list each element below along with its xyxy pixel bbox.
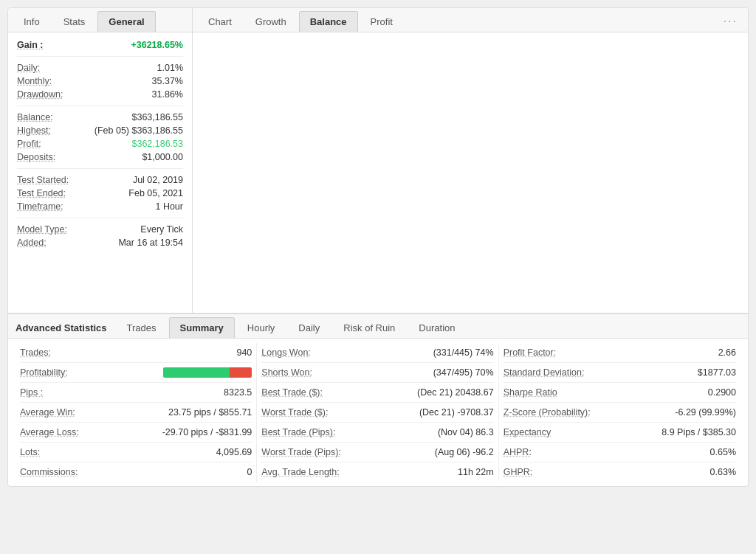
stat-avg-trade-length: Avg. Trade Length: 11h 22m — [261, 463, 493, 482]
profitability-label: Profitability: — [20, 367, 68, 378]
stat-profit-factor: Profit Factor: 2.66 — [504, 343, 736, 363]
std-dev-label: Standard Deviation: — [504, 367, 585, 378]
timeframe-row: Timeframe: 1 Hour — [17, 201, 183, 212]
model-type-value: Every Tick — [140, 224, 183, 235]
model-type-row: Model Type: Every Tick — [17, 224, 183, 235]
best-trade-dollar-value: (Dec 21) 20438.67 — [417, 387, 494, 398]
stat-worst-trade-pips: Worst Trade (Pips): (Aug 06) -96.2 — [261, 443, 493, 463]
added-row: Added: Mar 16 at 19:54 — [17, 238, 183, 248]
adv-stats-title: Advanced Statistics — [13, 318, 114, 338]
profit-green-bar — [163, 367, 230, 378]
profit-red-bar — [230, 367, 252, 378]
tab-duration[interactable]: Duration — [408, 317, 466, 338]
zscore-label: Z-Score (Probability): — [504, 407, 591, 418]
avg-loss-value: -29.70 pips / -$831.99 — [162, 427, 252, 437]
stat-trades: Trades: 940 — [20, 343, 252, 363]
test-ended-label: Test Ended: — [17, 188, 66, 198]
profit-factor-label: Profit Factor: — [504, 347, 557, 358]
best-trade-pips-value: (Nov 04) 86.3 — [438, 427, 494, 437]
ahpr-label: AHPR: — [504, 447, 532, 457]
profitability-bar — [163, 367, 252, 378]
tab-summary[interactable]: Summary — [169, 317, 235, 338]
stat-profitability: Profitability: — [20, 363, 252, 383]
trades-label: Trades: — [20, 347, 51, 358]
stat-longs-won: Longs Won: (331/445) 74% — [261, 343, 493, 363]
tab-daily[interactable]: Daily — [287, 317, 331, 338]
stat-worst-trade-dollar: Worst Trade ($): (Dec 21) -9708.37 — [261, 403, 493, 423]
monthly-row: Monthly: 35.37% — [17, 76, 183, 86]
lots-label: Lots: — [20, 447, 40, 457]
worst-trade-dollar-label: Worst Trade ($): — [261, 407, 328, 418]
tab-profit[interactable]: Profit — [360, 11, 404, 32]
stats-grid: Trades: 940 Profitability: Pips : 8323.5… — [8, 339, 748, 486]
worst-trade-dollar-value: (Dec 21) -9708.37 — [419, 407, 494, 418]
avg-trade-length-value: 11h 22m — [458, 467, 494, 477]
shorts-won-label: Shorts Won: — [261, 367, 312, 378]
sharpe-ratio-label: Sharpe Ratio — [504, 387, 557, 398]
stat-best-trade-pips: Best Trade (Pips): (Nov 04) 86.3 — [261, 423, 493, 443]
avg-win-label: Average Win: — [20, 407, 75, 418]
tab-growth[interactable]: Growth — [244, 11, 298, 32]
tab-hourly[interactable]: Hourly — [236, 317, 286, 338]
tab-risk-of-ruin[interactable]: Risk of Ruin — [332, 317, 406, 338]
longs-won-value: (331/445) 74% — [433, 347, 494, 358]
pips-label: Pips : — [20, 387, 43, 398]
deposits-label: Deposits: — [17, 152, 55, 162]
chart-area — [193, 32, 748, 313]
highest-value: (Feb 05) $363,186.55 — [94, 125, 183, 136]
stat-pips: Pips : 8323.5 — [20, 383, 252, 403]
expectancy-label: Expectancy — [504, 427, 551, 437]
profit-label: Profit: — [17, 139, 41, 149]
gain-label: Gain : — [17, 40, 43, 50]
best-trade-pips-label: Best Trade (Pips): — [261, 427, 335, 437]
stat-shorts-won: Shorts Won: (347/495) 70% — [261, 363, 493, 383]
tab-general[interactable]: General — [97, 11, 155, 32]
main-container: Info Stats General Gain : +36218.65% Dai… — [7, 7, 749, 487]
commissions-label: Commissions: — [20, 467, 78, 477]
tab-info[interactable]: Info — [13, 11, 51, 32]
ghpr-value: 0.63% — [710, 467, 736, 477]
worst-trade-pips-label: Worst Trade (Pips): — [261, 447, 340, 457]
timeframe-label: Timeframe: — [17, 201, 63, 212]
test-started-value: Jul 02, 2019 — [133, 175, 183, 185]
stats-col-3: Profit Factor: 2.66 Standard Deviation: … — [499, 343, 740, 482]
tab-balance[interactable]: Balance — [299, 11, 358, 32]
left-panel: Info Stats General Gain : +36218.65% Dai… — [8, 8, 193, 313]
monthly-value: 35.37% — [152, 76, 183, 86]
chart-more-icon[interactable]: ··· — [718, 12, 743, 31]
test-ended-row: Test Ended: Feb 05, 2021 — [17, 188, 183, 198]
stat-zscore: Z-Score (Probability): -6.29 (99.99%) — [504, 403, 736, 423]
info-panel: Gain : +36218.65% Daily: 1.01% Monthly: … — [8, 32, 192, 258]
added-value: Mar 16 at 19:54 — [118, 238, 183, 248]
stat-ahpr: AHPR: 0.65% — [504, 443, 736, 463]
stats-col-1: Trades: 940 Profitability: Pips : 8323.5… — [16, 343, 257, 482]
lots-value: 4,095.69 — [216, 447, 252, 457]
gain-value: +36218.65% — [131, 40, 183, 50]
highest-row: Highest: (Feb 05) $363,186.55 — [17, 125, 183, 136]
balance-value: $363,186.55 — [131, 112, 183, 122]
std-dev-value: $1877.03 — [698, 367, 736, 378]
avg-trade-length-label: Avg. Trade Length: — [261, 467, 339, 477]
tab-chart[interactable]: Chart — [197, 11, 243, 32]
profit-row: Profit: $362,186.53 — [17, 139, 183, 149]
stat-avg-loss: Average Loss: -29.70 pips / -$831.99 — [20, 423, 252, 443]
profit-value: $362,186.53 — [131, 139, 183, 149]
profit-factor-value: 2.66 — [718, 347, 736, 358]
pips-value: 8323.5 — [224, 387, 252, 398]
timeframe-value: 1 Hour — [155, 201, 183, 212]
stat-std-dev: Standard Deviation: $1877.03 — [504, 363, 736, 383]
zscore-value: -6.29 (99.99%) — [675, 407, 736, 418]
sep1 — [17, 56, 183, 57]
tab-stats[interactable]: Stats — [52, 11, 97, 32]
left-tab-bar: Info Stats General — [8, 8, 192, 32]
ghpr-label: GHPR: — [504, 467, 533, 477]
best-trade-dollar-label: Best Trade ($): — [261, 387, 323, 398]
avg-win-value: 23.75 pips / $855.71 — [168, 407, 252, 418]
test-started-label: Test Started: — [17, 175, 69, 185]
daily-value: 1.01% — [157, 63, 183, 73]
tab-trades[interactable]: Trades — [116, 317, 168, 338]
sharpe-ratio-value: 0.2900 — [708, 387, 736, 398]
shorts-won-value: (347/495) 70% — [433, 367, 494, 378]
balance-row: Balance: $363,186.55 — [17, 112, 183, 122]
sep2 — [17, 105, 183, 106]
